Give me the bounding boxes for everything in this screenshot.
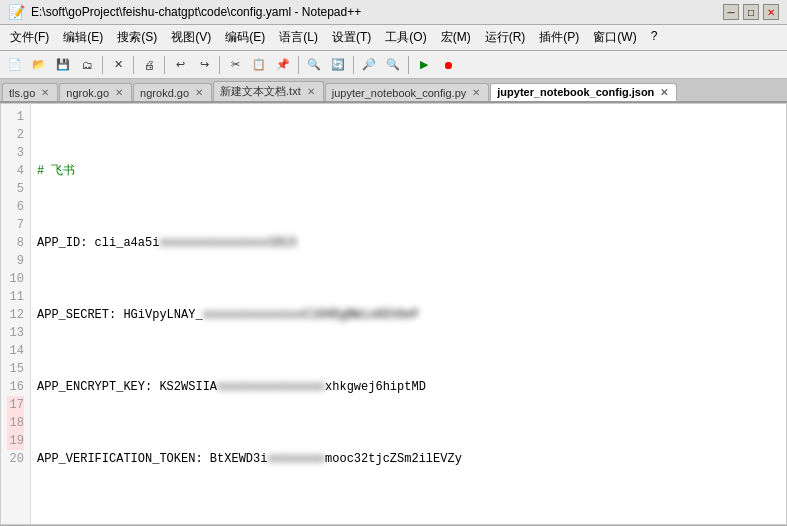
- tab-ngrok-close[interactable]: ✕: [115, 87, 123, 98]
- app-icon: 📝: [8, 4, 25, 20]
- paste-button[interactable]: 📌: [272, 54, 294, 76]
- code-editor[interactable]: # 飞书 APP_ID: cli_a4a5ixxxxxxxxxxxxxxx101…: [31, 104, 786, 524]
- print-button[interactable]: 🖨: [138, 54, 160, 76]
- maximize-button[interactable]: □: [743, 4, 759, 20]
- record-button[interactable]: ⏺: [437, 54, 459, 76]
- tab-ngrok-label: ngrok.go: [66, 87, 109, 99]
- menu-tools[interactable]: 工具(O): [379, 27, 432, 48]
- tab-jupyter-json-label: jupyter_notebook_config.json: [497, 86, 654, 98]
- menu-edit[interactable]: 编辑(E): [57, 27, 109, 48]
- line-num-4: 4: [7, 162, 24, 180]
- line-num-7: 7: [7, 216, 24, 234]
- window-title: E:\soft\goProject\feishu-chatgpt\code\co…: [31, 5, 361, 19]
- zoom-out-button[interactable]: 🔍: [382, 54, 404, 76]
- line-num-13: 13: [7, 324, 24, 342]
- menu-encoding[interactable]: 编码(E): [219, 27, 271, 48]
- code-line-5: APP_VERIFICATION_TOKEN: BtXEWD3ixxxxxxxx…: [37, 450, 780, 468]
- line-num-9: 9: [7, 252, 24, 270]
- menu-settings[interactable]: 设置(T): [326, 27, 377, 48]
- menu-run[interactable]: 运行(R): [479, 27, 532, 48]
- separator-7: [408, 56, 409, 74]
- tabs-bar: tls.go ✕ ngrok.go ✕ ngrokd.go ✕ 新建文本文档.t…: [0, 79, 787, 103]
- menu-help[interactable]: ?: [645, 27, 664, 48]
- replace-button[interactable]: 🔄: [327, 54, 349, 76]
- menu-macro[interactable]: 宏(M): [435, 27, 477, 48]
- tab-tls[interactable]: tls.go ✕: [2, 83, 58, 101]
- code-line-3: APP_SECRET: HGiVpyLNAY_xxxxxxxxxxxxxxC16…: [37, 306, 780, 324]
- line-num-16: 16: [7, 378, 24, 396]
- undo-button[interactable]: ↩: [169, 54, 191, 76]
- line-6-text: # 请确保和飞书应用管理平台中的设置一致: [37, 522, 267, 524]
- tab-jupyter-py-close[interactable]: ✕: [472, 87, 480, 98]
- tab-tls-label: tls.go: [9, 87, 35, 99]
- separator-1: [102, 56, 103, 74]
- close-button[interactable]: ✕: [107, 54, 129, 76]
- code-line-1: # 飞书: [37, 162, 780, 180]
- tab-text-label: 新建文本文档.txt: [220, 84, 301, 99]
- menu-file[interactable]: 文件(F): [4, 27, 55, 48]
- open-file-button[interactable]: 📂: [28, 54, 50, 76]
- find-button[interactable]: 🔍: [303, 54, 325, 76]
- minimize-button[interactable]: ─: [723, 4, 739, 20]
- line-num-20: 20: [7, 450, 24, 468]
- tab-ngrokd-label: ngrokd.go: [140, 87, 189, 99]
- redo-button[interactable]: ↪: [193, 54, 215, 76]
- code-line-2: APP_ID: cli_a4a5ixxxxxxxxxxxxxxx1013: [37, 234, 780, 252]
- save-button[interactable]: 💾: [52, 54, 74, 76]
- tab-jupyter-py[interactable]: jupyter_notebook_config.py ✕: [325, 83, 490, 101]
- line-num-3: 3: [7, 144, 24, 162]
- line-5-text: APP_VERIFICATION_TOKEN: BtXEWD3ixxxxxxxx…: [37, 450, 462, 468]
- separator-3: [164, 56, 165, 74]
- tab-jupyter-json-close[interactable]: ✕: [660, 87, 668, 98]
- new-file-button[interactable]: 📄: [4, 54, 26, 76]
- line-1-text: # 飞书: [37, 162, 75, 180]
- separator-6: [353, 56, 354, 74]
- copy-button[interactable]: 📋: [248, 54, 270, 76]
- editor-container: 1 2 3 4 5 6 7 8 9 10 11 12 13 14 15 16 1…: [0, 103, 787, 525]
- line-numbers: 1 2 3 4 5 6 7 8 9 10 11 12 13 14 15 16 1…: [1, 104, 31, 524]
- separator-5: [298, 56, 299, 74]
- line-num-12: 12: [7, 306, 24, 324]
- tab-tls-close[interactable]: ✕: [41, 87, 49, 98]
- tab-text[interactable]: 新建文本文档.txt ✕: [213, 81, 324, 101]
- line-num-5: 5: [7, 180, 24, 198]
- close-button[interactable]: ✕: [763, 4, 779, 20]
- separator-2: [133, 56, 134, 74]
- menu-plugins[interactable]: 插件(P): [533, 27, 585, 48]
- menu-view[interactable]: 视图(V): [165, 27, 217, 48]
- line-num-15: 15: [7, 360, 24, 378]
- line-num-1: 1: [7, 108, 24, 126]
- line-num-10: 10: [7, 270, 24, 288]
- line-num-17: 17: [7, 396, 24, 414]
- line-3-text: APP_SECRET: HGiVpyLNAY_xxxxxxxxxxxxxxC16…: [37, 306, 419, 324]
- title-bar: 📝 E:\soft\goProject\feishu-chatgpt\code\…: [0, 0, 787, 25]
- window-controls: ─ □ ✕: [723, 4, 779, 20]
- line-num-19: 19: [7, 432, 24, 450]
- tab-text-close[interactable]: ✕: [307, 86, 315, 97]
- cut-button[interactable]: ✂: [224, 54, 246, 76]
- tab-jupyter-json[interactable]: jupyter_notebook_config.json ✕: [490, 83, 677, 101]
- line-num-2: 2: [7, 126, 24, 144]
- line-num-11: 11: [7, 288, 24, 306]
- tab-ngrok[interactable]: ngrok.go ✕: [59, 83, 132, 101]
- menu-bar: 文件(F) 编辑(E) 搜索(S) 视图(V) 编码(E) 语言(L) 设置(T…: [0, 25, 787, 51]
- line-num-8: 8: [7, 234, 24, 252]
- line-4-text: APP_ENCRYPT_KEY: KS2WSIIAxxxxxxxxxxxxxxx…: [37, 378, 426, 396]
- line-num-14: 14: [7, 342, 24, 360]
- code-line-4: APP_ENCRYPT_KEY: KS2WSIIAxxxxxxxxxxxxxxx…: [37, 378, 780, 396]
- code-line-6: # 请确保和飞书应用管理平台中的设置一致: [37, 522, 780, 524]
- line-2-text: APP_ID: cli_a4a5ixxxxxxxxxxxxxxx1013: [37, 234, 296, 252]
- line-num-6: 6: [7, 198, 24, 216]
- save-all-button[interactable]: 🗂: [76, 54, 98, 76]
- menu-window[interactable]: 窗口(W): [587, 27, 642, 48]
- menu-language[interactable]: 语言(L): [273, 27, 324, 48]
- run-button[interactable]: ▶: [413, 54, 435, 76]
- toolbar: 📄 📂 💾 🗂 ✕ 🖨 ↩ ↪ ✂ 📋 📌 🔍 🔄 🔎 🔍 ▶ ⏺: [0, 51, 787, 79]
- tab-ngrokd[interactable]: ngrokd.go ✕: [133, 83, 212, 101]
- line-num-18: 18: [7, 414, 24, 432]
- separator-4: [219, 56, 220, 74]
- zoom-in-button[interactable]: 🔎: [358, 54, 380, 76]
- menu-search[interactable]: 搜索(S): [111, 27, 163, 48]
- tab-jupyter-py-label: jupyter_notebook_config.py: [332, 87, 467, 99]
- tab-ngrokd-close[interactable]: ✕: [195, 87, 203, 98]
